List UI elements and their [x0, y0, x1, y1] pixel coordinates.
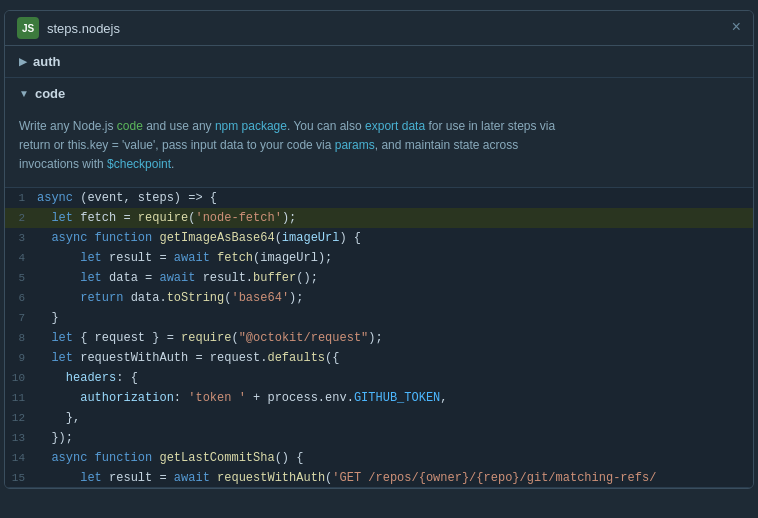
line-num: 11 [5, 388, 33, 408]
line-content: }); [33, 428, 753, 448]
code-line: 8 let { request } = require("@octokit/re… [5, 328, 753, 348]
titlebar: JS steps.nodejs × [5, 11, 753, 46]
code-arrow: ▼ [19, 88, 29, 99]
code-section: ▼ code Write any Node.js code and use an… [5, 78, 753, 488]
code-line: 10 headers: { [5, 368, 753, 388]
auth-section: ▶ auth [5, 46, 753, 78]
line-num: 8 [5, 328, 33, 348]
code-line: 1 async (event, steps) => { [5, 188, 753, 208]
code-line: 4 let result = await fetch(imageUrl); [5, 248, 753, 268]
close-button[interactable]: × [731, 20, 741, 36]
auth-label: auth [33, 54, 60, 69]
line-num: 1 [5, 188, 33, 208]
code-section-header[interactable]: ▼ code [5, 78, 753, 109]
line-content: async (event, steps) => { [33, 188, 753, 208]
desc-text-6: . [171, 157, 174, 171]
nodejs-icon: JS [17, 17, 39, 39]
auth-arrow: ▶ [19, 56, 27, 67]
line-num: 2 [5, 208, 33, 228]
line-num: 3 [5, 228, 33, 248]
titlebar-left: JS steps.nodejs [17, 17, 120, 39]
code-line: 15 let result = await requestWithAuth('G… [5, 468, 753, 487]
code-line: 6 return data.toString('base64'); [5, 288, 753, 308]
checkpoint-link[interactable]: $checkpoint [107, 157, 171, 171]
line-content: let fetch = require('node-fetch'); [33, 208, 753, 228]
line-num: 10 [5, 368, 33, 388]
line-num: 14 [5, 448, 33, 468]
line-num: 7 [5, 308, 33, 328]
line-content: }, [33, 408, 753, 428]
code-line: 5 let data = await result.buffer(); [5, 268, 753, 288]
line-content: headers: { [33, 368, 753, 388]
line-num: 13 [5, 428, 33, 448]
desc-text-2: and use any [143, 119, 215, 133]
editor-window: JS steps.nodejs × ▶ auth ▼ code Write an… [4, 10, 754, 489]
window-title: steps.nodejs [47, 21, 120, 36]
line-num: 12 [5, 408, 33, 428]
line-num: 4 [5, 248, 33, 268]
code-editor[interactable]: 1 async (event, steps) => { 2 let fetch … [5, 187, 753, 487]
code-line: 2 let fetch = require('node-fetch'); [5, 208, 753, 228]
line-content: authorization: 'token ' + process.env.GI… [33, 388, 753, 408]
line-content: let { request } = require("@octokit/requ… [33, 328, 753, 348]
desc-text-3: . You can also [287, 119, 365, 133]
line-content: let result = await fetch(imageUrl); [33, 248, 753, 268]
line-content: let result = await requestWithAuth('GET … [33, 468, 753, 487]
code-link[interactable]: code [117, 119, 143, 133]
code-line: 12 }, [5, 408, 753, 428]
code-line: 11 authorization: 'token ' + process.env… [5, 388, 753, 408]
code-label: code [35, 86, 65, 101]
line-content: return data.toString('base64'); [33, 288, 753, 308]
export-link[interactable]: export data [365, 119, 425, 133]
params-link[interactable]: params [335, 138, 375, 152]
npm-link[interactable]: npm package [215, 119, 287, 133]
code-line: 13 }); [5, 428, 753, 448]
line-num: 5 [5, 268, 33, 288]
code-line: 3 async function getImageAsBase64(imageU… [5, 228, 753, 248]
code-line: 7 } [5, 308, 753, 328]
code-description: Write any Node.js code and use any npm p… [5, 109, 753, 187]
line-content: async function getImageAsBase64(imageUrl… [33, 228, 753, 248]
line-content: let data = await result.buffer(); [33, 268, 753, 288]
line-num: 9 [5, 348, 33, 368]
line-content: } [33, 308, 753, 328]
line-content: let requestWithAuth = request.defaults({ [33, 348, 753, 368]
code-line: 9 let requestWithAuth = request.defaults… [5, 348, 753, 368]
line-num: 15 [5, 468, 33, 487]
line-num: 6 [5, 288, 33, 308]
desc-text-1: Write any Node.js [19, 119, 117, 133]
auth-section-header[interactable]: ▶ auth [5, 46, 753, 77]
line-content: async function getLastCommitSha() { [33, 448, 753, 468]
code-line: 14 async function getLastCommitSha() { [5, 448, 753, 468]
